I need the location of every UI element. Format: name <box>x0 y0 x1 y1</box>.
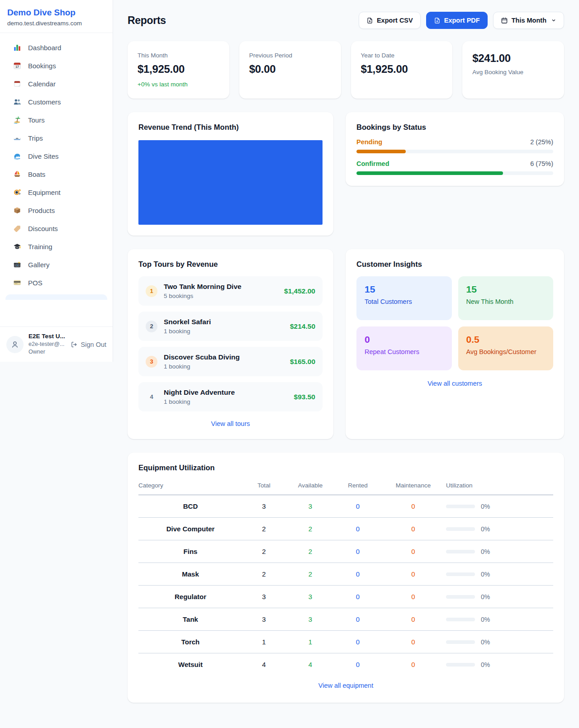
user-role: Owner <box>28 348 66 356</box>
top-tours-title: Top Tours by Revenue <box>138 260 323 269</box>
sidebar-item-discounts[interactable]: Discounts <box>5 219 107 237</box>
people-icon <box>13 97 22 106</box>
status-row-confirmed: Confirmed 6 (75%) <box>356 160 553 175</box>
utilization-bar <box>446 595 475 599</box>
tour-row[interactable]: 4 Night Dive Adventure 1 booking $93.50 <box>138 382 323 411</box>
column-header-maintenance: Maintenance <box>380 477 446 495</box>
sidebar-nav: Dashboard 17 Bookings Calendar Customers… <box>0 33 113 326</box>
sign-out-button[interactable]: Sign Out <box>71 341 106 348</box>
sidebar: Demo Dive Shop demo.test.divestreams.com… <box>0 0 113 362</box>
status-label: Confirmed <box>356 160 389 167</box>
period-selector[interactable]: This Month <box>493 12 564 29</box>
stat-label: This Month <box>138 52 219 59</box>
cell-total: 2 <box>242 540 285 563</box>
insight-label: Avg Bookings/Customer <box>466 348 546 355</box>
sidebar-item-label: Calendar <box>28 80 56 88</box>
sidebar-item-boats[interactable]: Boats <box>5 165 107 183</box>
tour-name: Two Tank Morning Dive <box>164 283 284 291</box>
cell-category: BCD <box>138 495 242 518</box>
export-csv-button[interactable]: Export CSV <box>359 12 421 29</box>
utilization-bar <box>446 572 475 576</box>
revenue-trend-card: Revenue Trend (This Month) <box>128 112 333 236</box>
stat-label: Previous Period <box>249 52 331 59</box>
sidebar-item-equipment[interactable]: Equipment <box>5 183 107 201</box>
stat-label: Year to Date <box>361 52 443 59</box>
tour-bookings: 1 booking <box>164 328 290 335</box>
rank-badge: 4 <box>146 391 157 403</box>
status-row-pending: Pending 2 (25%) <box>356 138 553 153</box>
tour-bookings: 1 booking <box>164 363 290 370</box>
cell-available: 2 <box>285 540 335 563</box>
sidebar-item-customers[interactable]: Customers <box>5 93 107 111</box>
table-row: Dive Computer 2 2 0 0 0% <box>138 518 553 540</box>
sidebar-item-trips[interactable]: Trips <box>5 129 107 147</box>
cell-rented: 0 <box>335 540 380 563</box>
cell-utilization: 0% <box>481 548 490 555</box>
tour-bookings: 1 booking <box>164 398 294 405</box>
cell-available: 3 <box>285 586 335 608</box>
column-header-utilization: Utilization <box>446 477 553 495</box>
cell-maintenance: 0 <box>380 631 446 653</box>
cell-maintenance: 0 <box>380 518 446 540</box>
insights-row: Top Tours by Revenue 1 Two Tank Morning … <box>128 249 564 439</box>
customer-insights-title: Customer Insights <box>356 260 553 269</box>
tour-name: Discover Scuba Diving <box>164 353 290 361</box>
dive-mask-icon <box>13 188 22 197</box>
top-tours-card: Top Tours by Revenue 1 Two Tank Morning … <box>128 249 333 439</box>
sidebar-item-tours[interactable]: Tours <box>5 111 107 129</box>
page-header: Reports Export CSV Export PDF This Month <box>128 12 564 29</box>
sidebar-item-label: Dashboard <box>28 44 61 52</box>
tour-row[interactable]: 1 Two Tank Morning Dive 5 bookings $1,45… <box>138 276 323 306</box>
tour-name: Night Dive Adventure <box>164 388 294 397</box>
file-download-icon <box>434 17 441 24</box>
sidebar-item-reports-partial[interactable] <box>5 294 107 300</box>
sidebar-item-gallery[interactable]: Gallery <box>5 255 107 274</box>
cell-rented: 0 <box>335 495 380 518</box>
tour-revenue: $165.00 <box>290 358 315 366</box>
cell-category: Regulator <box>138 586 242 608</box>
utilization-bar <box>446 618 475 621</box>
table-row: Mask 2 2 0 0 0% <box>138 563 553 586</box>
sidebar-item-label: Trips <box>28 134 43 142</box>
cell-utilization: 0% <box>481 661 490 668</box>
sidebar-item-training[interactable]: Training <box>5 237 107 255</box>
user-name: E2E Test U... <box>28 333 66 340</box>
tour-row[interactable]: 3 Discover Scuba Diving 1 booking $165.0… <box>138 347 323 376</box>
page-title: Reports <box>128 14 166 27</box>
insight-value: 0 <box>365 334 444 345</box>
sidebar-user-panel: E2E Test U... e2e-tester@... Owner Sign … <box>0 326 113 362</box>
cell-maintenance: 0 <box>380 608 446 631</box>
sidebar-item-calendar[interactable]: Calendar <box>5 75 107 93</box>
sidebar-item-label: Gallery <box>28 261 50 269</box>
cell-utilization: 0% <box>481 616 490 623</box>
equipment-table: Category Total Available Rented Maintena… <box>138 477 553 672</box>
table-row: Torch 1 1 0 0 0% <box>138 631 553 653</box>
insight-tile-new-this-month: 15 New This Month <box>458 276 554 320</box>
column-header-category: Category <box>138 477 242 495</box>
sidebar-item-dashboard[interactable]: Dashboard <box>5 38 107 57</box>
progress-fill <box>356 171 503 175</box>
wave-icon <box>13 151 22 161</box>
person-icon <box>10 340 19 349</box>
sidebar-item-label: Boats <box>28 170 45 178</box>
tour-revenue: $1,452.00 <box>284 287 315 295</box>
export-pdf-button[interactable]: Export PDF <box>426 12 488 29</box>
sign-out-icon <box>71 341 78 348</box>
utilization-bar <box>446 550 475 553</box>
cell-category: Dive Computer <box>138 518 242 540</box>
view-all-customers-link[interactable]: View all customers <box>356 380 553 387</box>
cell-maintenance: 0 <box>380 540 446 563</box>
tour-row[interactable]: 2 Snorkel Safari 1 booking $214.50 <box>138 312 323 341</box>
sidebar-item-dive-sites[interactable]: Dive Sites <box>5 147 107 165</box>
main-content: Reports Export CSV Export PDF This Month <box>113 0 579 721</box>
table-header-row: Category Total Available Rented Maintena… <box>138 477 553 495</box>
view-all-equipment-link[interactable]: View all equipment <box>138 682 553 689</box>
tag-icon <box>13 224 22 233</box>
sidebar-header: Demo Dive Shop demo.test.divestreams.com <box>0 0 113 33</box>
sidebar-item-products[interactable]: Products <box>5 201 107 219</box>
sidebar-item-pos[interactable]: POS <box>5 274 107 292</box>
column-header-total: Total <box>242 477 285 495</box>
view-all-tours-link[interactable]: View all tours <box>138 420 323 427</box>
sidebar-item-bookings[interactable]: 17 Bookings <box>5 57 107 75</box>
cell-total: 2 <box>242 518 285 540</box>
